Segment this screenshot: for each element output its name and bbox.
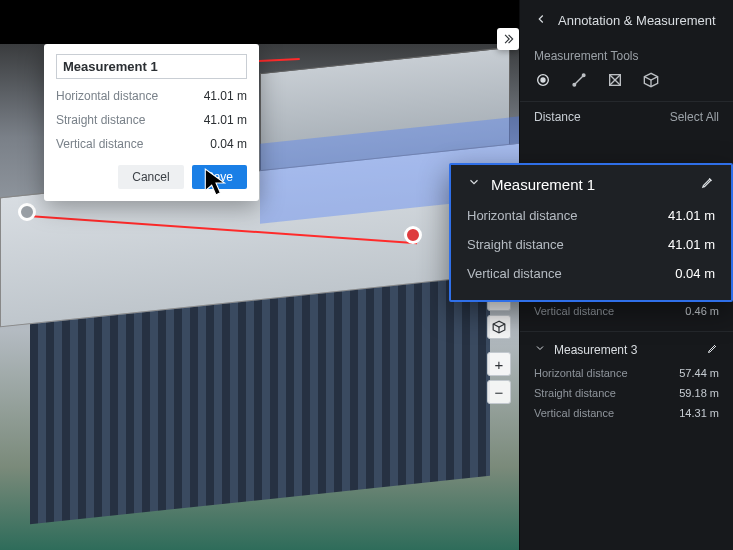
measurement-popup: Horizontal distance 41.01 m Straight dis…: [44, 44, 259, 201]
vd-label: Vertical distance: [56, 137, 143, 151]
tools-section-label: Measurement Tools: [520, 39, 733, 71]
cancel-button[interactable]: Cancel: [118, 165, 183, 189]
line-tool[interactable]: [570, 71, 588, 89]
sd-value: 41.01 m: [204, 113, 247, 127]
hl-vd-value: 0.04 m: [675, 266, 715, 281]
hd-value: 41.01 m: [204, 89, 247, 103]
popup-row-vertical: Vertical distance 0.04 m: [56, 137, 247, 151]
zoom-out-button[interactable]: −: [487, 380, 511, 404]
edit-icon[interactable]: [701, 175, 715, 193]
distance-section-label: Distance: [534, 110, 581, 124]
measurement-group-3[interactable]: Measurement 3 Horizontal distance57.44 m…: [520, 331, 733, 433]
m3-vd-label: Vertical distance: [534, 407, 614, 419]
measurement-highlight-card[interactable]: Measurement 1 Horizontal distance41.01 m…: [449, 163, 733, 302]
area-tool[interactable]: [606, 71, 624, 89]
save-button[interactable]: Save: [192, 165, 247, 189]
m3-sd-label: Straight distance: [534, 387, 616, 399]
hl-hd-value: 41.01 m: [668, 208, 715, 223]
volume-tool[interactable]: [642, 71, 660, 89]
hl-sd-label: Straight distance: [467, 237, 564, 252]
panel-title: Annotation & Measurement: [558, 13, 716, 28]
popup-row-horizontal: Horizontal distance 41.01 m: [56, 89, 247, 103]
point-marker-end[interactable]: [404, 226, 422, 244]
point-tool[interactable]: [534, 71, 552, 89]
highlight-title: Measurement 1: [491, 176, 595, 193]
hd-label: Horizontal distance: [56, 89, 158, 103]
m3-sd-value: 59.18 m: [679, 387, 719, 399]
m3-hd-value: 57.44 m: [679, 367, 719, 379]
collapse-panel-button[interactable]: [497, 28, 519, 50]
m3-vd-value: 14.31 m: [679, 407, 719, 419]
hl-vd-label: Vertical distance: [467, 266, 562, 281]
m2-vd-value: 0.46 m: [685, 305, 719, 317]
m3-title: Measurement 3: [554, 343, 637, 357]
m2-vd-label: Vertical distance: [534, 305, 614, 317]
popup-row-straight: Straight distance 41.01 m: [56, 113, 247, 127]
vd-value: 0.04 m: [210, 137, 247, 151]
svg-line-5: [575, 76, 583, 84]
svg-point-2: [541, 78, 545, 82]
point-marker-start[interactable]: [18, 203, 36, 221]
chevron-down-icon[interactable]: [534, 342, 546, 357]
view-cube-button[interactable]: [487, 315, 511, 339]
zoom-in-button[interactable]: +: [487, 352, 511, 376]
m3-hd-label: Horizontal distance: [534, 367, 628, 379]
hl-sd-value: 41.01 m: [668, 237, 715, 252]
back-button[interactable]: [534, 12, 548, 29]
select-all-button[interactable]: Select All: [670, 110, 719, 124]
measurement-name-input[interactable]: [56, 54, 247, 79]
chevron-down-icon[interactable]: [467, 175, 481, 193]
edit-icon[interactable]: [707, 342, 719, 357]
hl-hd-label: Horizontal distance: [467, 208, 578, 223]
sd-label: Straight distance: [56, 113, 145, 127]
